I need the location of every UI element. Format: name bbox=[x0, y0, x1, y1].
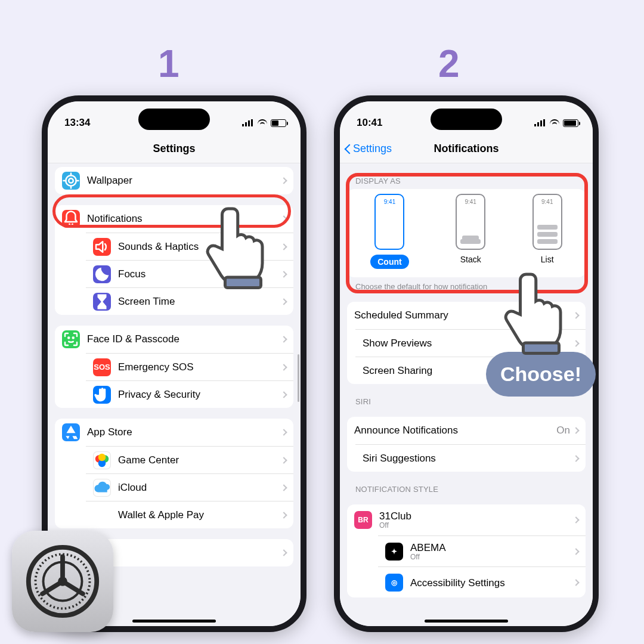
settings-row-app-store[interactable]: App Store bbox=[55, 419, 293, 446]
sos-icon: SOS bbox=[93, 358, 111, 376]
svg-point-1 bbox=[69, 178, 73, 183]
settings-group: Wallpaper bbox=[55, 167, 293, 194]
moon-icon bbox=[93, 265, 111, 283]
row-label: Game Center bbox=[118, 454, 281, 466]
home-indicator[interactable] bbox=[132, 620, 216, 623]
settings-row-wallet-apple-pay[interactable]: Wallet & Apple Pay bbox=[86, 501, 293, 528]
settings-row-game-center[interactable]: Game Center bbox=[86, 446, 293, 473]
chevron-right-icon bbox=[280, 512, 287, 518]
settings-row-wallpaper[interactable]: Wallpaper bbox=[55, 167, 293, 194]
chevron-right-icon bbox=[280, 298, 287, 305]
app-icon: ✦ bbox=[385, 543, 403, 561]
status-time: 13:34 bbox=[64, 117, 90, 129]
pointer-hand-icon bbox=[501, 268, 578, 358]
display-as-option-list[interactable]: 9:41List bbox=[532, 194, 562, 269]
chevron-right-icon bbox=[280, 391, 287, 398]
row-label: App Store bbox=[87, 426, 281, 438]
section-header-style: NOTIFICATION STYLE bbox=[355, 485, 577, 494]
row-siri-suggestions[interactable]: Siri Suggestions bbox=[355, 444, 586, 472]
row-label: iCloud bbox=[118, 482, 281, 494]
cellular-icon bbox=[534, 119, 546, 126]
row-label: 31Club bbox=[379, 510, 574, 522]
row-subtitle: Off bbox=[410, 553, 574, 561]
option-label: List bbox=[541, 255, 554, 264]
svg-point-3 bbox=[73, 338, 74, 339]
settings-row-face-id-passcode[interactable]: Face ID & Passcode bbox=[55, 326, 293, 353]
row-label: ps bbox=[87, 547, 281, 559]
cellular-icon bbox=[242, 119, 254, 126]
chevron-right-icon bbox=[280, 457, 287, 463]
step-number-2: 2 bbox=[438, 42, 460, 86]
row-label: Screen Time bbox=[118, 296, 281, 308]
tutorial-canvas: 1 2 13:34 Settings WallpaperNotification… bbox=[0, 0, 644, 644]
settings-group: App StoreGame CenteriCloudWallet & Apple… bbox=[55, 419, 293, 528]
settings-group: Face ID & PasscodeSOSEmergency SOSPrivac… bbox=[55, 326, 293, 408]
chevron-right-icon bbox=[280, 429, 287, 435]
choose-callout: Choose! bbox=[486, 352, 596, 397]
option-label: Stack bbox=[460, 255, 481, 264]
speaker-icon bbox=[93, 238, 111, 256]
chevron-right-icon bbox=[280, 549, 287, 556]
chevron-right-icon bbox=[280, 243, 287, 250]
svg-rect-11 bbox=[524, 343, 559, 354]
chevron-right-icon bbox=[572, 548, 579, 555]
wifi-icon bbox=[258, 119, 267, 126]
svg-rect-10 bbox=[225, 277, 261, 288]
status-icons bbox=[534, 119, 578, 127]
bell-icon bbox=[62, 210, 80, 228]
settings-row-privacy-security[interactable]: Privacy & Security bbox=[86, 380, 293, 408]
battery-icon bbox=[563, 119, 578, 127]
settings-app-icon bbox=[12, 531, 113, 632]
home-indicator[interactable] bbox=[425, 620, 508, 623]
settings-row-emergency-sos[interactable]: SOSEmergency SOS bbox=[86, 353, 293, 380]
row-label: ABEMA bbox=[410, 542, 574, 554]
hand-icon bbox=[93, 386, 111, 404]
group-notification-style: BR31ClubOff✦ABEMAOff◎Accessibility Setti… bbox=[347, 504, 586, 597]
nav-title: Settings bbox=[153, 143, 195, 155]
app-row-accessibility-settings[interactable]: ◎Accessibility Settings bbox=[378, 566, 586, 597]
row-label: Announce Notifications bbox=[354, 425, 556, 436]
display-as-option-count[interactable]: 9:41Count bbox=[370, 194, 408, 269]
section-header-siri: SIRI bbox=[355, 397, 577, 406]
chevron-right-icon bbox=[572, 455, 579, 462]
app-icon: BR bbox=[354, 511, 372, 529]
status-time: 10:41 bbox=[357, 117, 382, 129]
chevron-right-icon bbox=[280, 336, 287, 342]
display-preview-icon: 9:41 bbox=[374, 194, 404, 250]
status-icons bbox=[242, 119, 286, 127]
gamecenter-icon bbox=[93, 451, 111, 469]
row-label: Wallpaper bbox=[87, 175, 281, 187]
svg-point-7 bbox=[98, 453, 106, 461]
display-preview-icon: 9:41 bbox=[532, 194, 562, 250]
display-as-option-stack[interactable]: 9:41Stack bbox=[456, 194, 485, 269]
scrollbar[interactable] bbox=[298, 354, 299, 402]
nav-title: Notifications bbox=[434, 143, 499, 155]
row-label: Wallet & Apple Pay bbox=[118, 509, 281, 521]
option-label: Count bbox=[370, 255, 408, 269]
row-label: Accessibility Settings bbox=[410, 577, 574, 589]
row-label: Emergency SOS bbox=[118, 361, 281, 373]
svg-point-18 bbox=[58, 577, 67, 586]
pointer-hand-icon bbox=[203, 203, 280, 292]
row-label: Face ID & Passcode bbox=[87, 333, 281, 345]
chevron-left-icon bbox=[345, 144, 352, 154]
hourglass-icon bbox=[93, 293, 111, 311]
chevron-right-icon bbox=[280, 271, 287, 277]
battery-icon bbox=[271, 119, 286, 127]
dynamic-island bbox=[138, 109, 210, 130]
chevron-right-icon bbox=[280, 215, 287, 222]
row-value: On bbox=[556, 425, 570, 436]
row-announce-notifications[interactable]: Announce NotificationsOn bbox=[347, 417, 586, 444]
chevron-right-icon bbox=[280, 484, 287, 491]
svg-point-2 bbox=[68, 338, 69, 339]
display-preview-icon: 9:41 bbox=[456, 194, 485, 250]
chevron-right-icon bbox=[280, 364, 287, 370]
appstore-icon bbox=[62, 423, 80, 441]
row-label: Privacy & Security bbox=[118, 389, 281, 401]
nav-bar: Settings Notifications bbox=[340, 135, 593, 163]
back-button[interactable]: Settings bbox=[345, 143, 392, 155]
app-row-abema[interactable]: ✦ABEMAOff bbox=[378, 535, 586, 566]
app-row--club[interactable]: BR31ClubOff bbox=[347, 504, 586, 535]
settings-row-icloud[interactable]: iCloud bbox=[86, 473, 293, 501]
chevron-right-icon bbox=[572, 579, 579, 586]
